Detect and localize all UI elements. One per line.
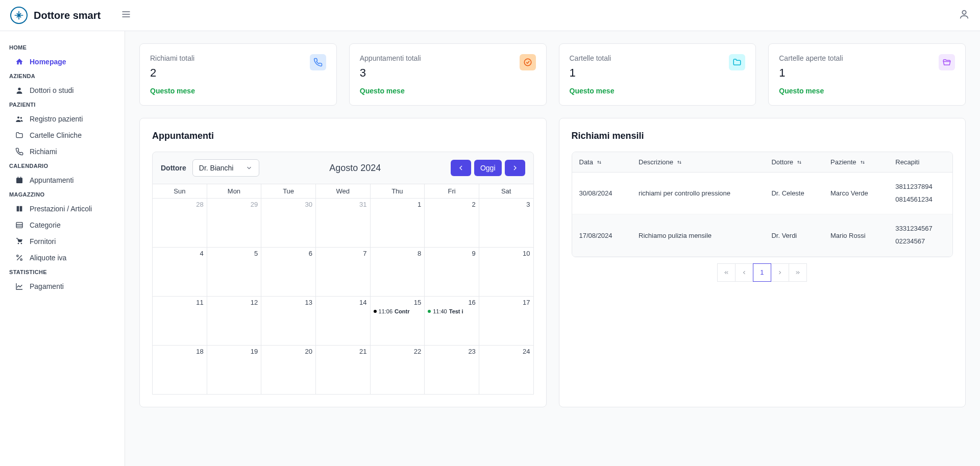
calendar-cell[interactable]: 23 xyxy=(425,346,479,395)
calendar-cell[interactable]: 5 xyxy=(207,248,262,297)
calendar-date: 24 xyxy=(482,348,530,355)
table-header[interactable]: Descrizione xyxy=(631,152,764,173)
page-last-button[interactable] xyxy=(789,263,807,282)
sidebar-item-label: Dottori o studi xyxy=(30,86,74,94)
calendar-date: 2 xyxy=(428,201,476,208)
brand: Dottore smart xyxy=(10,7,101,24)
calendar-date: 9 xyxy=(428,250,476,257)
calendar-cell[interactable]: 28 xyxy=(153,199,207,248)
calendar-date: 6 xyxy=(264,250,312,257)
calendar-date: 3 xyxy=(482,201,530,208)
calendar-prev-button[interactable] xyxy=(451,160,471,176)
home-icon xyxy=(15,58,23,66)
svg-point-16 xyxy=(20,259,22,260)
sidebar-item-label: Aliquote iva xyxy=(30,254,66,262)
cell-doc: Dr. Verdi xyxy=(764,214,823,256)
sidebar-item[interactable]: Pagamenti xyxy=(0,278,125,295)
stat-card: Cartelle aperte totali 1 Questo mese xyxy=(768,43,966,106)
calendar-event[interactable]: 11:40 Test i xyxy=(428,308,476,314)
main-content: Richiami totali 2 Questo mese Appuntamen… xyxy=(125,31,980,466)
phone-icon xyxy=(310,54,326,70)
sidebar-section-title: MAGAZZINO xyxy=(0,188,125,201)
page-first-button[interactable] xyxy=(717,263,736,282)
calendar-cell[interactable]: 6 xyxy=(261,248,316,297)
calendar-cell[interactable]: 11 xyxy=(153,297,207,346)
brand-name: Dottore smart xyxy=(34,10,101,21)
sidebar-item[interactable]: Fornitori xyxy=(0,233,125,250)
sidebar-item[interactable]: Categorie xyxy=(0,217,125,233)
stat-sub: Questo mese xyxy=(360,87,536,95)
appointments-title: Appuntamenti xyxy=(152,131,534,141)
calendar-cell[interactable]: 2 xyxy=(425,199,479,248)
calendar-cell[interactable]: 13 xyxy=(261,297,316,346)
menu-toggle-icon[interactable] xyxy=(121,9,131,21)
sidebar-item-label: Cartelle Cliniche xyxy=(30,131,82,139)
calendar-cell[interactable]: 17 xyxy=(479,297,534,346)
calendar-cell[interactable]: 24 xyxy=(479,346,534,395)
calendar-event[interactable]: 11:06 Contr xyxy=(374,308,422,314)
cell-pat: Marco Verde xyxy=(823,173,888,214)
page-prev-button[interactable] xyxy=(735,263,753,282)
page-number-button[interactable]: 1 xyxy=(753,263,771,282)
calendar-cell[interactable]: 19 xyxy=(207,346,262,395)
calendar-today-button[interactable]: Oggi xyxy=(474,160,502,176)
table-header[interactable]: Dottore xyxy=(764,152,823,173)
doctor-select[interactable]: Dr. Bianchi xyxy=(192,159,260,177)
calendar-cell[interactable]: 12 xyxy=(207,297,262,346)
calendar-date: 29 xyxy=(210,201,258,208)
calendar-cell[interactable]: 18 xyxy=(153,346,207,395)
calendar-cell[interactable]: 31 xyxy=(316,199,371,248)
calendar-next-button[interactable] xyxy=(505,160,525,176)
sidebar-item[interactable]: Richiami xyxy=(0,143,125,160)
sidebar-item[interactable]: Registro pazienti xyxy=(0,111,125,127)
calendar-cell[interactable]: 20 xyxy=(261,346,316,395)
sidebar-item[interactable]: Homepage xyxy=(0,54,125,70)
calendar-cell[interactable]: 29 xyxy=(207,199,262,248)
calendar-cell[interactable]: 30 xyxy=(261,199,316,248)
table-header-label: Descrizione xyxy=(639,158,673,166)
calendar-cell[interactable]: 9 xyxy=(425,248,479,297)
paginator: 1 xyxy=(572,263,953,282)
sidebar-item[interactable]: Dottori o studi xyxy=(0,82,125,99)
sidebar-item-label: Pagamenti xyxy=(30,282,64,290)
calendar-weekday: Sun xyxy=(153,184,207,199)
calendar-cell[interactable]: 21 xyxy=(316,346,371,395)
calendar-cell[interactable]: 22 xyxy=(371,346,425,395)
calendar-cell[interactable]: 1511:06 Contr xyxy=(371,297,425,346)
calendar-cell[interactable]: 3 xyxy=(479,199,534,248)
sidebar-item[interactable]: Appuntamenti xyxy=(0,172,125,188)
calendar-date: 20 xyxy=(264,348,312,355)
sidebar-item[interactable]: Prestazioni / Articoli xyxy=(0,201,125,217)
calendar-date: 13 xyxy=(264,299,312,306)
sidebar-section-title: STATISTICHE xyxy=(0,266,125,278)
sidebar-item-label: Categorie xyxy=(30,221,61,229)
event-dot-icon xyxy=(374,310,377,313)
calendar-cell[interactable]: 14 xyxy=(316,297,371,346)
svg-point-4 xyxy=(18,88,20,90)
calendar-cell[interactable]: 4 xyxy=(153,248,207,297)
sidebar-item[interactable]: Cartelle Cliniche xyxy=(0,127,125,143)
page-next-button[interactable] xyxy=(771,263,789,282)
doctor-label: Dottore xyxy=(161,164,186,172)
calendar-cell[interactable]: 7 xyxy=(316,248,371,297)
calendar-cell[interactable]: 1 xyxy=(371,199,425,248)
user-menu-icon[interactable] xyxy=(959,9,970,22)
table-header[interactable]: Paziente xyxy=(823,152,888,173)
stat-value: 2 xyxy=(150,66,194,80)
users-icon xyxy=(15,115,23,123)
sidebar-section-title: PAZIENTI xyxy=(0,99,125,111)
cell-contacts: 3331234567 02234567 xyxy=(888,214,952,256)
calendar-cell[interactable]: 8 xyxy=(371,248,425,297)
contact-1: 3811237894 xyxy=(895,181,945,193)
calendar-date: 17 xyxy=(482,299,530,306)
sidebar-item[interactable]: Aliquote iva xyxy=(0,250,125,266)
stat-label: Cartelle aperte totali xyxy=(779,54,843,62)
sidebar-item-label: Richiami xyxy=(30,148,57,156)
calendar-cell[interactable]: 10 xyxy=(479,248,534,297)
calendar-date: 11 xyxy=(156,299,204,306)
svg-point-5 xyxy=(17,116,19,118)
chevron-left-icon xyxy=(457,164,465,172)
calendar-cell[interactable]: 1611:40 Test i xyxy=(425,297,479,346)
event-time: 11:06 xyxy=(379,308,393,314)
table-header[interactable]: Data xyxy=(572,152,632,173)
